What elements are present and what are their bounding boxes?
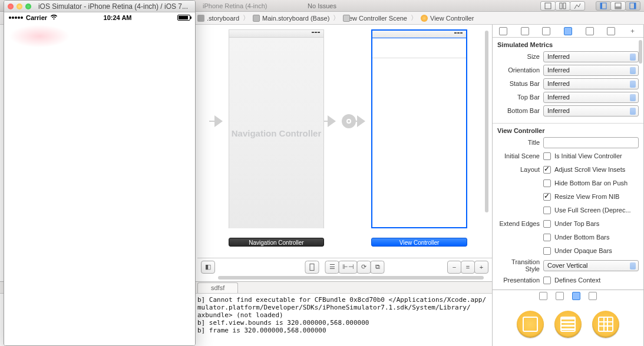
topbar-label: Top Bar — [497, 94, 540, 101]
zoom-in-button[interactable]: + — [474, 261, 488, 274]
initial-scene-label: Initial Scene — [497, 152, 540, 159]
bottombar-select[interactable]: Inferred — [543, 105, 639, 117]
wifi-icon — [50, 14, 58, 21]
simulator-screen[interactable]: Carrier 10:24 AM — [4, 12, 195, 345]
under-opaque-checkbox[interactable] — [543, 247, 551, 255]
library-item-tableviewcontroller[interactable] — [554, 311, 582, 338]
transition-label: Transition Style — [497, 258, 540, 272]
zoom-actual-button[interactable]: = — [461, 261, 475, 274]
console-tab[interactable]: sdfsf — [197, 282, 238, 293]
bc-item-0[interactable]: .storyboard — [207, 15, 239, 22]
transition-select[interactable]: Cover Vertical — [543, 260, 639, 271]
scene-label-view[interactable]: View Controller — [371, 238, 467, 247]
library-panel — [493, 290, 643, 346]
svg-rect-8 — [634, 3, 636, 9]
library-file-templates-tab[interactable] — [539, 292, 547, 300]
svg-rect-0 — [545, 3, 551, 9]
scrollbar-horizontal[interactable] — [218, 276, 484, 280]
connections-inspector-tab[interactable] — [604, 26, 618, 36]
editor-standard-button[interactable] — [540, 1, 556, 11]
resize-nib-checkbox[interactable] — [543, 193, 551, 201]
toggle-utilities-button[interactable] — [625, 1, 640, 11]
library-code-snippets-tab[interactable] — [556, 292, 564, 300]
attributes-inspector-tab[interactable] — [561, 26, 575, 36]
quickhelp-inspector-tab[interactable] — [518, 26, 532, 36]
inspector-selector: ＋ — [493, 25, 643, 38]
segue-relationship-icon[interactable] — [342, 114, 356, 128]
svg-rect-6 — [615, 6, 621, 9]
under-bottom-checkbox[interactable] — [543, 234, 551, 241]
simulator-titlebar[interactable]: iOS Simulator - iPhone Retina (4-inch) /… — [4, 1, 195, 12]
chevron-right-icon: 〉 — [411, 14, 417, 22]
hide-bottom-bar-checkbox[interactable] — [543, 179, 551, 187]
carrier-label: Carrier — [26, 14, 47, 21]
library-item-viewcontroller[interactable] — [517, 311, 544, 338]
editor-version-button[interactable] — [570, 1, 585, 11]
zoom-out-button[interactable]: − — [447, 261, 461, 274]
editor-assistant-button[interactable] — [555, 1, 570, 11]
initial-checkbox[interactable] — [543, 152, 551, 160]
initial-arrow[interactable] — [209, 115, 229, 127]
title-field[interactable] — [543, 137, 639, 148]
library-objects-tab[interactable] — [572, 292, 580, 300]
minimize-icon[interactable] — [16, 4, 22, 9]
ios-simulator-window[interactable]: iOS Simulator - iPhone Retina (4-inch) /… — [4, 0, 196, 346]
segue-line-right — [356, 115, 371, 127]
orientation-select[interactable]: Inferred — [543, 65, 639, 76]
canvas-toolbar: ◧ ☰ ⊩⊣ ⟳ ⧉ − = + — [197, 258, 492, 275]
statusbar-select[interactable]: Inferred — [543, 78, 639, 89]
statusbar-label: Status Bar — [497, 80, 540, 87]
document-outline-toggle[interactable]: ◧ — [201, 261, 215, 274]
adjust-insets-checkbox[interactable] — [543, 166, 551, 174]
inspector-panel: ＋ Simulated Metrics SizeInferred Orienta… — [493, 25, 644, 346]
toggle-navigator-button[interactable] — [596, 1, 611, 11]
bc-item-3[interactable]: View Controller — [430, 15, 474, 22]
size-class-toggle[interactable] — [305, 261, 319, 274]
defines-context-checkbox[interactable] — [543, 277, 551, 284]
full-screen-checkbox[interactable] — [543, 207, 551, 214]
topbar-select[interactable]: Inferred — [543, 92, 639, 103]
storyboard-icon — [197, 15, 204, 22]
close-icon[interactable] — [8, 4, 14, 9]
chevron-right-icon: 〉 — [333, 14, 339, 22]
toggle-debug-button[interactable] — [610, 1, 626, 11]
inspector-scrollbar[interactable] — [639, 40, 642, 64]
under-top-checkbox[interactable] — [543, 220, 551, 228]
bc-item-1[interactable]: Main.storyboard (Base) — [262, 15, 329, 22]
add-inspector-button[interactable]: ＋ — [626, 26, 640, 36]
hide-bottom-bar-label: Hide Bottom Bar on Push — [554, 179, 628, 187]
battery-icon — [177, 15, 190, 21]
file-inspector-tab[interactable] — [496, 26, 510, 36]
defines-context-label: Defines Context — [554, 277, 600, 284]
library-item-collectionviewcontroller[interactable] — [592, 311, 619, 338]
pin-button[interactable]: ⊩⊣ — [339, 261, 358, 274]
resize-nib-label: Resize View From NIB — [554, 193, 619, 200]
bc-item-2[interactable]: View Controller Scene — [343, 15, 407, 22]
bottombar-label: Bottom Bar — [497, 107, 540, 114]
resizing-button[interactable]: ⧉ — [371, 261, 385, 274]
svg-rect-4 — [600, 3, 602, 9]
svg-rect-2 — [563, 3, 566, 9]
align-button[interactable]: ☰ — [325, 261, 339, 274]
scrollbar-vertical[interactable] — [485, 31, 488, 212]
size-label: Size — [497, 53, 540, 60]
navigation-controller-scene[interactable]: Navigation Controller — [229, 29, 324, 228]
scene-icon — [343, 15, 350, 22]
time-label: 10:24 AM — [104, 14, 132, 21]
view-controller-scene[interactable] — [371, 29, 467, 228]
under-opaque-label: Under Opaque Bars — [554, 247, 612, 254]
svg-rect-1 — [560, 3, 562, 9]
segue-line-left — [324, 115, 342, 127]
viewcontroller-icon — [421, 15, 428, 22]
zoom-icon[interactable] — [25, 4, 31, 9]
size-inspector-tab[interactable] — [583, 26, 597, 36]
library-media-tab[interactable] — [589, 292, 597, 300]
chevron-right-icon: 〉 — [243, 14, 249, 22]
size-select[interactable]: Inferred — [543, 51, 639, 62]
resolve-issues-button[interactable]: ⟳ — [357, 261, 371, 274]
identity-inspector-tab[interactable] — [539, 26, 553, 36]
section-simulated-metrics: Simulated Metrics — [497, 41, 639, 48]
file-icon — [253, 15, 260, 22]
initial-ck-label: Is Initial View Controller — [554, 152, 622, 159]
scene-label-nav[interactable]: Navigation Controller — [229, 238, 324, 247]
